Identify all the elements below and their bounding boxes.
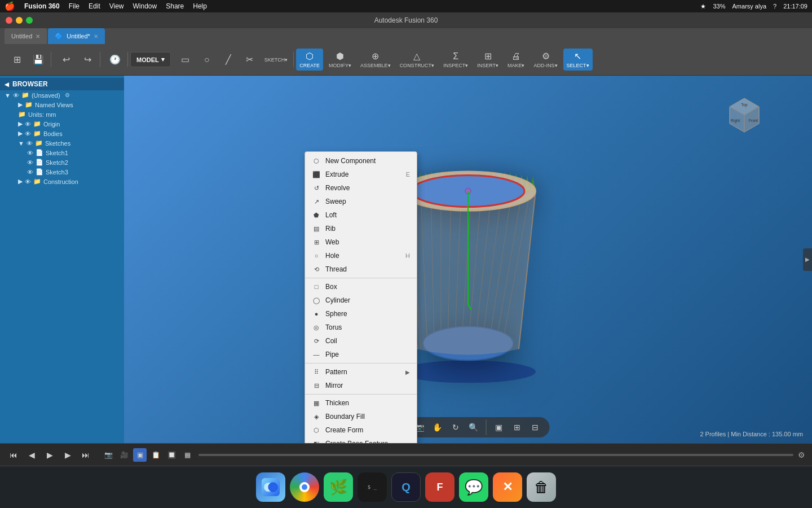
- panel-collapse-button[interactable]: ▶: [803, 248, 812, 271]
- tab-untitled-star[interactable]: 🔷 Untitled* ✕: [48, 28, 105, 44]
- skip-end-button[interactable]: ⏭: [79, 448, 92, 462]
- sketch-circle-button[interactable]: ○: [197, 52, 217, 67]
- tab-close-active[interactable]: ✕: [94, 33, 98, 40]
- playback-control-6[interactable]: ▦: [180, 448, 194, 462]
- user-name[interactable]: Amarsy alya: [732, 3, 767, 10]
- undo-button[interactable]: ↩: [56, 52, 76, 67]
- playback-control-4[interactable]: 📋: [149, 448, 162, 462]
- skip-start-button[interactable]: ⏮: [7, 448, 20, 462]
- grid-button[interactable]: ⊞: [7, 52, 27, 67]
- menu-box[interactable]: □ Box: [305, 280, 417, 294]
- dock-chrome[interactable]: [290, 472, 319, 502]
- sketch-rect-button[interactable]: ▭: [175, 52, 196, 67]
- menu-create-form[interactable]: ⬡ Create Form: [305, 423, 417, 437]
- menu-cylinder[interactable]: ◯ Cylinder: [305, 294, 417, 307]
- assemble-button[interactable]: ⊕ ASSEMBLE▾: [357, 49, 394, 71]
- sidebar-item-sketches[interactable]: ▼ 👁 📁 Sketches: [0, 138, 124, 148]
- mode-selector[interactable]: MODEL ▾: [130, 52, 171, 67]
- menu-coil[interactable]: ⟳ Coil: [305, 334, 417, 348]
- menu-view[interactable]: View: [109, 2, 124, 10]
- menu-sweep[interactable]: ↗ Sweep: [305, 195, 417, 208]
- sketch-trim-button[interactable]: ✂: [240, 52, 260, 67]
- dock-quik[interactable]: Q: [391, 472, 421, 502]
- sidebar-item-origin[interactable]: ▶ 👁 📁 Origin: [0, 119, 124, 129]
- addins-button[interactable]: ⚙ ADD-INS▾: [531, 49, 561, 71]
- menu-mirror[interactable]: ⊟ Mirror: [305, 379, 417, 392]
- menu-pipe[interactable]: — Pipe: [305, 348, 417, 361]
- menu-help[interactable]: Help: [193, 2, 207, 10]
- timeline[interactable]: [198, 454, 793, 456]
- menu-pattern[interactable]: ⠿ Pattern ▶: [305, 365, 417, 379]
- redo-button[interactable]: ↪: [77, 52, 98, 67]
- minimize-button[interactable]: [16, 17, 23, 24]
- tab-untitled[interactable]: Untitled ✕: [5, 28, 47, 44]
- maximize-button[interactable]: [26, 17, 33, 24]
- dock-finder[interactable]: [256, 472, 285, 502]
- pan-button[interactable]: ✋: [430, 419, 445, 435]
- step-forward-button[interactable]: ▶: [61, 448, 74, 462]
- tab-close[interactable]: ✕: [36, 33, 40, 40]
- select-button[interactable]: ↖ SELECT▾: [563, 49, 593, 71]
- menu-create-base-feature[interactable]: ◧ Create Base Feature: [305, 437, 417, 443]
- sketch-more-button[interactable]: SKETCH▾: [261, 55, 292, 65]
- grid-toggle[interactable]: ⊞: [509, 419, 525, 435]
- browser-toggle[interactable]: ◀: [5, 81, 9, 87]
- sidebar-item-sketch2[interactable]: 👁 📄 Sketch2: [0, 157, 124, 167]
- browser-header[interactable]: ◀ BROWSER: [0, 78, 124, 90]
- inspect-button[interactable]: Σ INSPECT▾: [440, 49, 471, 71]
- display-button[interactable]: ▣: [491, 419, 507, 435]
- modify-button[interactable]: ⬢ MODIFY▾: [325, 49, 355, 71]
- sidebar-item-sketch1[interactable]: 👁 📄 Sketch1: [0, 148, 124, 157]
- menu-web[interactable]: ⊞ Web: [305, 235, 417, 249]
- playback-control-3[interactable]: ▣: [133, 448, 147, 462]
- sidebar-item-named-views[interactable]: ▶ 📁 Named Views: [0, 100, 124, 110]
- play-button[interactable]: ▶: [43, 448, 56, 462]
- sidebar-item-sketch3[interactable]: 👁 📄 Sketch3: [0, 167, 124, 177]
- menu-boundary-fill[interactable]: ◈ Boundary Fill: [305, 410, 417, 423]
- menu-rib[interactable]: ▤ Rib: [305, 222, 417, 235]
- menu-revolve[interactable]: ↺ Revolve: [305, 181, 417, 195]
- create-menu-button[interactable]: ⬡ CREATE: [296, 49, 323, 71]
- save-button[interactable]: 💾: [28, 52, 48, 67]
- menu-thicken[interactable]: ▦ Thicken: [305, 396, 417, 410]
- menu-extrude[interactable]: ⬛ Extrude E: [305, 168, 417, 181]
- menu-torus[interactable]: ◎ Torus: [305, 321, 417, 334]
- playback-control-1[interactable]: 📷: [102, 448, 115, 462]
- dock-terminal[interactable]: $ _: [358, 472, 387, 502]
- insert-button[interactable]: ⊞ INSERT▾: [474, 49, 502, 71]
- playback-control-5[interactable]: 🔲: [165, 448, 178, 462]
- playback-control-2[interactable]: 🎥: [117, 448, 131, 462]
- dock-whatsapp[interactable]: 💬: [459, 472, 488, 502]
- sidebar-item-bodies[interactable]: ▶ 👁 📁 Bodies: [0, 129, 124, 138]
- sidebar-item-unsaved[interactable]: ▼ 👁 📁 (Unsaved) ⚙: [0, 90, 124, 100]
- dock-trash[interactable]: 🗑: [527, 472, 556, 502]
- dock-freecad[interactable]: F: [425, 472, 454, 502]
- dock-x[interactable]: ✕: [493, 472, 522, 502]
- viewcube[interactable]: Top Front Right: [722, 93, 767, 138]
- make-button[interactable]: 🖨 MAKE▾: [504, 49, 528, 71]
- canvas[interactable]: Top Front Right: [124, 76, 812, 443]
- close-button[interactable]: [6, 17, 12, 24]
- history-button[interactable]: 🕐: [105, 52, 125, 67]
- dock-leaf[interactable]: 🌿: [324, 472, 353, 502]
- zoom-button[interactable]: 🔍: [466, 419, 482, 435]
- menu-new-component[interactable]: ⬡ New Component: [305, 154, 417, 168]
- menu-window[interactable]: Window: [133, 2, 157, 10]
- timeline-settings[interactable]: ⚙: [798, 450, 805, 459]
- sketch-line-button[interactable]: ╱: [218, 52, 239, 67]
- menu-loft[interactable]: ⬟ Loft: [305, 208, 417, 222]
- view-options[interactable]: ⊟: [527, 419, 543, 435]
- help-icon[interactable]: ?: [773, 3, 776, 10]
- menu-share[interactable]: Share: [166, 2, 184, 10]
- sidebar-item-units[interactable]: 📁 Units: mm: [0, 110, 124, 119]
- orbit-button[interactable]: ↻: [448, 419, 464, 435]
- step-back-button[interactable]: ◀: [25, 448, 38, 462]
- menu-sphere[interactable]: ● Sphere: [305, 307, 417, 321]
- menu-hole[interactable]: ○ Hole H: [305, 249, 417, 262]
- menu-file[interactable]: File: [69, 2, 80, 10]
- menu-thread[interactable]: ⟲ Thread: [305, 262, 417, 276]
- menu-edit[interactable]: Edit: [89, 2, 100, 10]
- construct-button[interactable]: △ CONSTRUCT▾: [396, 49, 438, 71]
- sidebar-item-construction[interactable]: ▶ 👁 📁 Construction: [0, 177, 124, 186]
- apple-menu[interactable]: 🍎: [5, 1, 15, 11]
